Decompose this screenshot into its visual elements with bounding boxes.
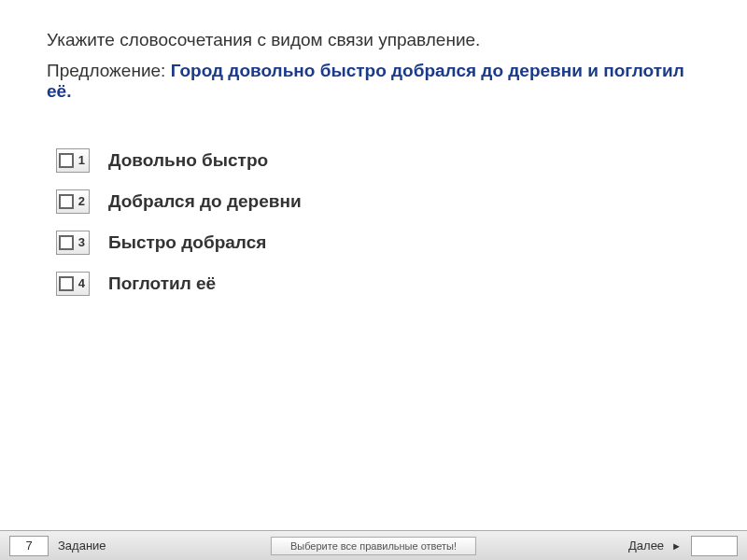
task-number-box: 7 bbox=[9, 536, 49, 556]
task-label: Задание bbox=[58, 539, 106, 553]
option-checkbox-1[interactable]: 1 bbox=[56, 148, 90, 173]
checkbox-icon bbox=[59, 153, 74, 168]
question-sentence-line: Предложение: Город довольно быстро добра… bbox=[47, 61, 700, 102]
option-row: 1 Довольно быстро bbox=[47, 148, 700, 173]
footer-bar: 7 Задание Выберите все правильные ответы… bbox=[0, 530, 747, 560]
option-text: Поглотил её bbox=[108, 273, 216, 294]
option-text: Быстро добрался bbox=[108, 232, 266, 253]
option-text: Добрался до деревни bbox=[108, 191, 302, 212]
footer-instruction: Выберите все правильные ответы! bbox=[271, 537, 476, 555]
options-list: 1 Довольно быстро 2 Добрался до деревни … bbox=[47, 148, 700, 296]
option-number: 2 bbox=[78, 194, 85, 208]
checkbox-icon bbox=[59, 194, 74, 209]
next-button-group[interactable]: Далее ► bbox=[628, 536, 738, 556]
question-instruction: Укажите словосочетания с видом связи упр… bbox=[47, 28, 700, 53]
option-text: Довольно быстро bbox=[108, 150, 268, 171]
option-checkbox-3[interactable]: 3 bbox=[56, 231, 90, 255]
content-area: Укажите словосочетания с видом связи упр… bbox=[0, 0, 747, 296]
option-row: 3 Быстро добрался bbox=[47, 231, 700, 255]
option-checkbox-2[interactable]: 2 bbox=[56, 189, 90, 214]
option-row: 2 Добрался до деревни bbox=[47, 189, 700, 214]
option-number: 3 bbox=[78, 235, 85, 249]
checkbox-icon bbox=[59, 276, 74, 291]
checkbox-icon bbox=[59, 235, 74, 250]
option-number: 1 bbox=[78, 153, 85, 167]
option-checkbox-4[interactable]: 4 bbox=[56, 272, 90, 296]
option-row: 4 Поглотил её bbox=[47, 272, 700, 296]
option-number: 4 bbox=[78, 276, 85, 290]
next-input-box bbox=[691, 536, 738, 556]
sentence-label: Предложение: bbox=[47, 61, 171, 80]
arrow-right-icon: ► bbox=[671, 540, 682, 552]
next-label: Далее bbox=[628, 539, 664, 553]
